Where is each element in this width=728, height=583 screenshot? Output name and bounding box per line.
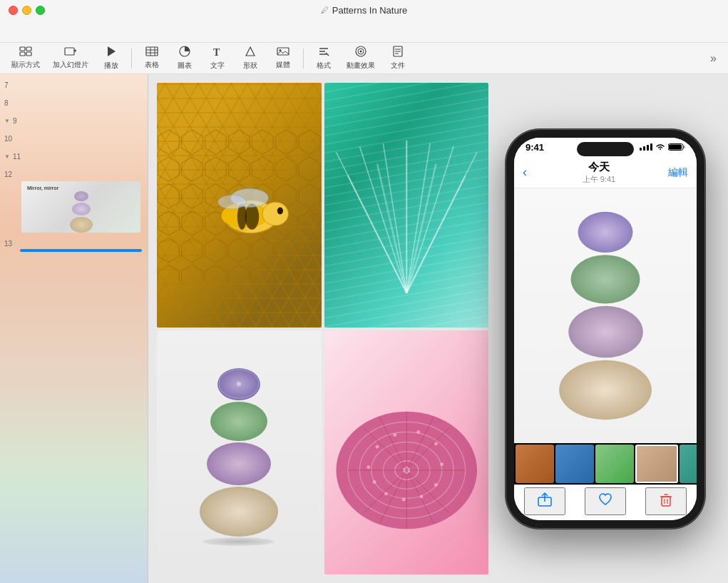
- svg-rect-16: [277, 48, 289, 55]
- wifi-icon: [655, 143, 665, 151]
- pin-icon: 🖊: [321, 6, 329, 14]
- dynamic-island: [577, 142, 634, 156]
- main-urchin-2: [571, 255, 640, 303]
- heart-button[interactable]: [585, 487, 626, 515]
- table-label: 表格: [145, 60, 159, 70]
- main-urchin-3: [568, 305, 643, 358]
- slide-11-thumb[interactable]: SYMMETRIES: [20, 162, 142, 165]
- trash-button[interactable]: [645, 487, 687, 515]
- slide-8-header: 8: [0, 98, 148, 108]
- collapse-11-icon[interactable]: ▼: [4, 153, 10, 160]
- svg-point-65: [434, 483, 437, 487]
- bar-1: [640, 148, 642, 151]
- svg-point-70: [366, 465, 370, 469]
- titlebar: 🖊 Patterns In Nature: [0, 0, 728, 43]
- svg-point-23: [360, 51, 362, 53]
- cell-bee-honeycomb[interactable]: [157, 83, 322, 328]
- slide-9-header: ▼ 9: [0, 116, 148, 126]
- toolbar-format[interactable]: 格式: [308, 44, 339, 72]
- svg-point-17: [280, 49, 282, 51]
- slide-8-thumb[interactable]: Under the surface: [20, 108, 142, 111]
- minimize-button[interactable]: [22, 6, 31, 15]
- svg-rect-4: [65, 48, 74, 55]
- svg-text:T: T: [213, 47, 220, 57]
- slide-12-urchins: [70, 191, 93, 233]
- svg-point-66: [419, 495, 423, 498]
- share-icon: [537, 492, 553, 507]
- slide-12-label: Mirror, mirror: [27, 186, 58, 191]
- svg-point-35: [277, 208, 283, 215]
- iphone-device: 9:41: [506, 129, 705, 529]
- main-area: 7 LAYERS 8 Under the surface ▼ 9 FRACTAL…: [0, 74, 728, 583]
- toolbar-expand[interactable]: »: [704, 49, 722, 68]
- cell-urchin-stack[interactable]: [157, 330, 322, 575]
- display-label: 顯示方式: [11, 60, 40, 70]
- toolbar-document[interactable]: 文件: [382, 44, 414, 72]
- toolbar-play[interactable]: 播放: [96, 44, 127, 72]
- toolbar-media[interactable]: 媒體: [267, 45, 299, 71]
- share-button[interactable]: [524, 487, 565, 515]
- toolbar-chart[interactable]: 圖表: [169, 44, 200, 72]
- main-photo-urchins: [559, 211, 652, 420]
- document-label: 文件: [391, 61, 405, 71]
- photo-strip[interactable]: [514, 443, 697, 485]
- close-button[interactable]: [9, 6, 18, 15]
- edit-button[interactable]: 編輯: [668, 166, 688, 179]
- chart-label: 圖表: [178, 61, 192, 71]
- animate-label: 動畫效果: [347, 61, 375, 71]
- back-button[interactable]: ‹: [523, 165, 527, 180]
- slide-13-num: 13: [4, 240, 12, 248]
- svg-point-61: [393, 433, 396, 437]
- slide-panel[interactable]: 7 LAYERS 8 Under the surface ▼ 9 FRACTAL…: [0, 74, 148, 583]
- svg-point-62: [416, 430, 420, 433]
- toolbar-text[interactable]: T 文字: [202, 44, 233, 72]
- strip-thumb-4-selected[interactable]: [635, 445, 678, 483]
- svg-point-63: [434, 442, 437, 445]
- collapse-9-icon[interactable]: ▼: [4, 118, 10, 124]
- signal-bars-icon: [640, 143, 652, 151]
- toolbar-add-slide[interactable]: 加入幻燈片: [47, 45, 94, 71]
- strip-thumb-5[interactable]: [680, 445, 697, 483]
- slide-12-thumb[interactable]: Mirror, mirror: [20, 180, 142, 234]
- slide-12-content: Mirror, mirror: [21, 181, 140, 233]
- main-urchin-4: [559, 360, 652, 420]
- svg-rect-72: [683, 146, 685, 148]
- strip-thumb-2[interactable]: [555, 445, 594, 483]
- fullscreen-button[interactable]: [36, 6, 45, 15]
- svg-marker-15: [246, 47, 255, 56]
- slide-13-thumb[interactable]: Why look for patterns?: [20, 249, 142, 252]
- toolbar-shape[interactable]: 形狀: [235, 44, 266, 72]
- table-icon: [145, 46, 158, 59]
- main-photo-area[interactable]: [514, 188, 697, 443]
- photos-subtitle: 上午 9:41: [530, 174, 668, 185]
- slide-9-thumb[interactable]: FRACTALS: [20, 126, 142, 129]
- svg-rect-1: [26, 47, 31, 51]
- toolbar: 顯示方式 加入幻燈片 播放 表格 圖表 T 文字 形狀: [0, 43, 728, 74]
- format-icon: [318, 46, 329, 60]
- text-label: 文字: [210, 61, 225, 71]
- slide-7-num: 7: [4, 81, 9, 89]
- toolbar-display[interactable]: 顯示方式: [6, 45, 46, 71]
- slide-12-header: 12: [0, 169, 148, 180]
- bar-2: [643, 146, 645, 151]
- honeycomb-svg: [157, 83, 322, 328]
- animate-icon: [355, 46, 366, 60]
- play-icon: [106, 46, 116, 60]
- urchin-shadow: [203, 537, 275, 546]
- iphone-screen: 9:41: [514, 138, 697, 520]
- slide-8-num: 8: [4, 99, 9, 107]
- slide-7-thumb[interactable]: LAYERS: [20, 91, 142, 93]
- toolbar-animate[interactable]: 動畫效果: [341, 44, 381, 72]
- slide-12-num: 12: [4, 171, 12, 178]
- strip-thumb-1[interactable]: [516, 445, 554, 483]
- status-icons: [640, 143, 685, 151]
- bar-3: [647, 145, 649, 151]
- slide-10-thumb[interactable]: Look closer: [20, 144, 142, 147]
- cell-teal-plant[interactable]: [324, 83, 489, 328]
- strip-thumb-3[interactable]: [595, 445, 634, 483]
- toolbar-table[interactable]: 表格: [136, 45, 168, 71]
- cell-pink-urchin[interactable]: [324, 330, 489, 575]
- iphone-container: 9:41: [491, 83, 719, 574]
- svg-point-46: [237, 382, 241, 386]
- status-time: 9:41: [526, 142, 544, 153]
